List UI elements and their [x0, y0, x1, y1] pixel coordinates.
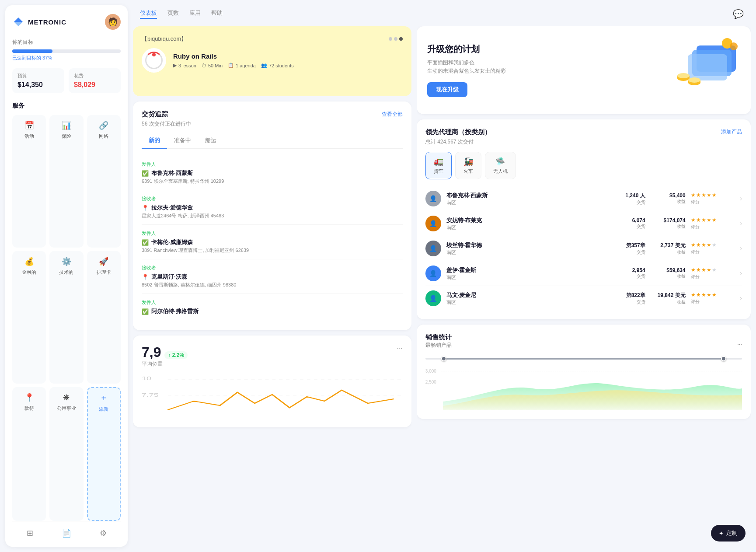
agent-arrow-2[interactable]: › — [740, 220, 742, 227]
agent-count-3: 第357章 — [626, 242, 645, 249]
delivery-addr-4: 8502 普雷斯顿路, 英格尔伍德, 缅因州 98380 — [142, 282, 403, 288]
service-tech[interactable]: ⚙️ 技术的 — [49, 251, 83, 384]
layers-icon[interactable]: ⊞ — [27, 528, 33, 538]
delivery-header: 交货追踪 查看全部 — [142, 110, 403, 119]
network-label: 网络 — [99, 133, 108, 140]
sidebar: METRONIC 🧑 你的目标 已达到目标的 37% 预算 $14,350 花费… — [5, 5, 128, 547]
chat-icon[interactable]: 💬 — [733, 9, 744, 19]
course-title: Ruby on Rails — [173, 52, 294, 60]
nav-apps[interactable]: 应用 — [189, 9, 201, 19]
upgrade-text: 升级您的计划 平面插图和我们多色 生动的未混合紫色头发女士的精彩 现在升级 — [427, 43, 506, 97]
agents-add-btn[interactable]: 添加产品 — [721, 128, 742, 136]
svg-rect-8 — [688, 54, 727, 80]
sales-stats-subtitle: 最畅销产品 — [425, 342, 452, 349]
finance-label: 金融的 — [22, 269, 36, 276]
delivery-subtitle: 56 次交付正在进行中 — [142, 120, 403, 128]
big-number: 7,9 ↑ 2.2% — [142, 344, 188, 360]
sales-stats-more[interactable]: ··· — [737, 341, 742, 347]
agent-name-4: 盖伊·霍金斯 — [446, 266, 614, 274]
nursing-label: 护理卡 — [97, 269, 111, 276]
agent-region-5: 南区 — [446, 299, 614, 306]
agent-tab-drone[interactable]: 🛸 无人机 — [485, 152, 516, 179]
delivery-item-5: 发件人 ✅ 阿尔伯特·弗洛雷斯 — [142, 294, 403, 321]
agent-stats-3: 第357章 交货 — [619, 242, 645, 255]
delivery-item-4: 接收者 📍 克里斯汀·沃森 8502 普雷斯顿路, 英格尔伍德, 缅因州 983… — [142, 259, 403, 294]
budget-label: 预算 — [17, 73, 59, 79]
insurance-label: 保险 — [62, 133, 71, 140]
agent-count-4: 2,954 — [632, 267, 645, 273]
agent-count-1: 1,240 人 — [625, 192, 645, 199]
budget-card: 预算 $14,350 — [12, 68, 64, 93]
agent-count-5: 第822章 — [626, 292, 645, 299]
agent-arrow-5[interactable]: › — [740, 294, 742, 302]
agent-row-5: 👤 马文·麦金尼 南区 第822章 交货 19,842 美元 收益 — [425, 286, 742, 311]
agent-revenue-3: 2,737 美元 收益 — [651, 242, 686, 255]
service-network[interactable]: 🔗 网络 — [87, 115, 121, 248]
agent-arrow-4[interactable]: › — [740, 269, 742, 277]
service-nursing[interactable]: 🚀 护理卡 — [87, 251, 121, 384]
nav-pages[interactable]: 页数 — [167, 9, 179, 19]
customize-button[interactable]: ✦ 定制 — [711, 525, 746, 542]
dot3 — [399, 37, 403, 41]
nursing-icon: 🚀 — [99, 257, 108, 266]
nav-help[interactable]: 帮助 — [211, 9, 223, 19]
file-icon[interactable]: 📄 — [62, 528, 71, 538]
upgrade-button[interactable]: 现在升级 — [427, 82, 467, 97]
agent-arrow-3[interactable]: › — [740, 245, 742, 252]
agent-region-3: 南区 — [446, 249, 614, 256]
agent-tab-train[interactable]: 🚂 火车 — [455, 152, 481, 179]
delivery-tabs: 新的 准备中 船运 — [142, 133, 403, 149]
service-insurance[interactable]: 📊 保险 — [49, 115, 83, 248]
agent-name-5: 马文·麦金尼 — [446, 291, 614, 299]
sales-stats-header: 销售统计 最畅销产品 ··· — [425, 333, 742, 354]
avatar[interactable]: 🧑 — [105, 14, 121, 30]
tab-shipping[interactable]: 船运 — [198, 133, 223, 149]
customize-label: 定制 — [726, 529, 738, 537]
services-grid: 📅 活动 📊 保险 🔗 网络 💰 金融的 ⚙️ 技术的 🚀 护理卡 📍 款待 ❋ — [12, 115, 121, 521]
agent-avatar-5: 👤 — [425, 290, 441, 306]
service-hospitality[interactable]: 📍 款待 — [12, 387, 46, 521]
agent-stats-4: 2,954 交货 — [619, 267, 645, 279]
svg-point-10 — [730, 42, 738, 50]
stats-more-icon[interactable]: ··· — [397, 344, 402, 352]
delivery-addr-1: 6391 埃尔全套塞库斯, 特拉华州 10299 — [142, 178, 403, 185]
upgrade-desc: 平面插图和我们多色 生动的未混合紫色头发女士的精彩 — [427, 59, 506, 75]
delivery-addr-2: 星家大道2464号 梅萨, 新泽西州 45463 — [142, 213, 403, 219]
sales-range-slider[interactable] — [425, 358, 742, 360]
course-students: 👥 72 students — [261, 63, 294, 68]
delivery-item-1: 发件人 ✅ 布鲁克林·西蒙斯 6391 埃尔全套塞库斯, 特拉华州 10299 — [142, 156, 403, 190]
tab-preparing[interactable]: 准备中 — [167, 133, 198, 149]
agent-arrow-1[interactable]: › — [740, 195, 742, 203]
delivery-role-4: 接收者 — [142, 265, 403, 271]
stats-header: 7,9 ↑ 2.2% 平均位置 ··· — [142, 344, 403, 373]
goal-section: 你的目标 已达到目标的 37% — [12, 38, 121, 61]
service-public[interactable]: ❋ 公用事业 — [49, 387, 83, 521]
agent-name-2: 安妮特·布莱克 — [446, 217, 614, 224]
service-add[interactable]: + 添新 — [87, 387, 121, 521]
tab-new[interactable]: 新的 — [142, 133, 167, 149]
sales-chart: 3,000 2,500 — [425, 367, 742, 410]
svg-marker-1 — [14, 22, 23, 26]
train-label: 火车 — [463, 168, 473, 175]
activities-icon: 📅 — [24, 121, 34, 130]
network-icon: 🔗 — [99, 121, 108, 130]
delivery-card: 交货追踪 查看全部 56 次交付正在进行中 新的 准备中 船运 发件人 ✅ 布鲁… — [133, 101, 411, 330]
slider-thumb-right[interactable] — [721, 356, 726, 361]
agent-revenue-5: 19,842 美元 收益 — [651, 292, 686, 305]
service-finance[interactable]: 💰 金融的 — [12, 251, 46, 384]
settings-icon[interactable]: ⚙ — [100, 528, 107, 538]
agent-tab-truck[interactable]: 🚛 货车 — [425, 152, 452, 179]
truck-icon: 🚛 — [434, 157, 443, 166]
course-dot — [152, 53, 156, 56]
services-label: 服务 — [12, 102, 121, 110]
stats-card: 7,9 ↑ 2.2% 平均位置 ··· 10 7.75 — [133, 335, 411, 427]
delivery-name-2: 📍 拉尔夫·爱德华兹 — [142, 204, 403, 212]
svg-text:7.75: 7.75 — [142, 393, 159, 398]
slider-thumb-left[interactable] — [441, 356, 446, 361]
agent-info-2: 安妮特·布莱克 南区 — [446, 217, 614, 231]
course-info: Ruby on Rails ▶ 3 lesson ⏱ 50 Min — [173, 52, 294, 68]
delivery-link[interactable]: 查看全部 — [382, 111, 403, 118]
service-activities[interactable]: 📅 活动 — [12, 115, 46, 248]
delivery-role-1: 发件人 — [142, 161, 403, 168]
nav-dashboard[interactable]: 仪表板 — [140, 9, 157, 19]
